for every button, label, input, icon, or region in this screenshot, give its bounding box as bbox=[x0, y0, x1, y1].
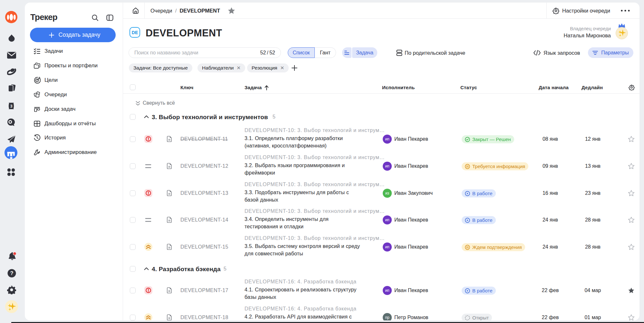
svg-text:3: 3 bbox=[10, 104, 13, 109]
svg-text:?: ? bbox=[10, 270, 13, 276]
